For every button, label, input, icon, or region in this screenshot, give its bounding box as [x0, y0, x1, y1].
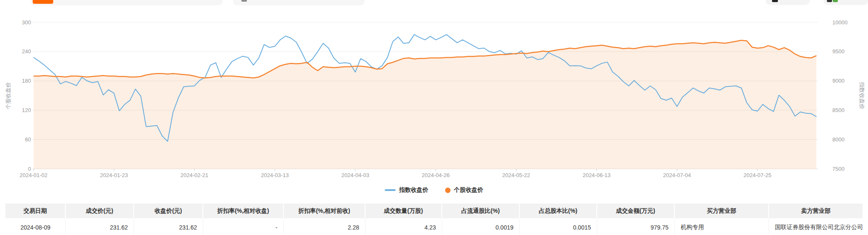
- table-header-cell: 折扣率(%,相对收盘): [203, 204, 284, 218]
- x-axis-tick-label: 2024-07-04: [663, 172, 691, 178]
- table-cell: 2024-08-09: [5, 218, 66, 235]
- table-header-cell: 成交价(元): [66, 204, 134, 218]
- left-axis-tick: 300: [22, 19, 31, 26]
- stock-dot-icon: [445, 188, 451, 193]
- right-axis-tick: 8500: [832, 107, 845, 113]
- index-line-icon: [385, 189, 396, 191]
- x-axis-tick-label: 2024-01-23: [100, 172, 128, 178]
- stock-area-fill: [34, 40, 816, 169]
- table-header-cell: 收盘价(元): [134, 204, 203, 218]
- x-axis-tick-label: 2024-05-22: [502, 172, 530, 178]
- left-axis-tick: 60: [25, 136, 31, 143]
- table-cell: 机构专用: [675, 218, 769, 235]
- table-header-cell: 折扣率(%,相对前收): [284, 204, 365, 218]
- right-axis-title: 指数收盘价: [859, 82, 865, 110]
- table-header-cell: 占流通股比(%): [442, 204, 520, 218]
- table-row: 2024-08-09231.62231.62-2.284.230.00190.0…: [5, 218, 863, 235]
- table-header-cell: 买方营业部: [675, 204, 769, 218]
- legend-item-index[interactable]: 指数收盘价: [385, 186, 428, 194]
- table-cell: 231.62: [134, 218, 203, 235]
- table-cell: 0.0015: [520, 218, 597, 235]
- table-cell: 231.62: [66, 218, 134, 235]
- left-axis-title: 个股收盘价: [5, 82, 11, 110]
- chart-legend: 指数收盘价 个股收盘价: [0, 186, 868, 194]
- right-axis-tick: 9000: [832, 78, 845, 84]
- right-axis-tick: 7500: [832, 166, 845, 172]
- x-axis-tick-label: 2024-06-13: [583, 172, 611, 178]
- table-header-cell: 成交数量(万股): [365, 204, 442, 218]
- table-cell: 0.0019: [442, 218, 520, 235]
- table-header-cell: 交易日期: [5, 204, 66, 218]
- table-cell: 979.75: [597, 218, 675, 235]
- trade-detail-table: 交易日期成交价(元)收盘价(元)折扣率(%,相对收盘)折扣率(%,相对前收)成交…: [5, 204, 863, 235]
- left-axis-tick: 240: [22, 48, 31, 55]
- x-axis-tick-label: 2024-01-02: [20, 172, 48, 178]
- left-axis-tick: 180: [22, 78, 31, 84]
- table-header-cell: 成交金额(万元): [597, 204, 675, 218]
- right-axis-tick: 8000: [832, 136, 845, 143]
- table-cell: 4.23: [365, 218, 442, 235]
- x-axis-tick-label: 2024-02-21: [181, 172, 209, 178]
- right-axis-tick: 10000: [832, 19, 847, 26]
- table-header-cell: 占总股本比(%): [520, 204, 597, 218]
- legend-label: 个股收盘价: [454, 186, 483, 194]
- table-cell: -: [203, 218, 284, 235]
- x-axis-tick-label: 2024-04-26: [422, 172, 450, 178]
- legend-label: 指数收盘价: [399, 186, 428, 194]
- table-cell: 国联证券股份有限公司北京分公司: [769, 218, 863, 235]
- x-axis-tick-label: 2024-07-25: [744, 172, 772, 178]
- x-axis-tick-label: 2024-04-03: [341, 172, 369, 178]
- x-axis-tick-label: 2024-03-13: [261, 172, 289, 178]
- table-header-cell: 卖方营业部: [769, 204, 863, 218]
- left-axis-tick: 0: [28, 166, 31, 172]
- legend-item-stock[interactable]: 个股收盘价: [445, 186, 483, 194]
- price-chart[interactable]: 3001000024095001809000120850060800007500…: [0, 0, 868, 201]
- table-header-row: 交易日期成交价(元)收盘价(元)折扣率(%,相对收盘)折扣率(%,相对前收)成交…: [5, 204, 863, 218]
- table-cell: 2.28: [284, 218, 365, 235]
- left-axis-tick: 120: [22, 107, 31, 113]
- right-axis-tick: 9500: [832, 48, 845, 55]
